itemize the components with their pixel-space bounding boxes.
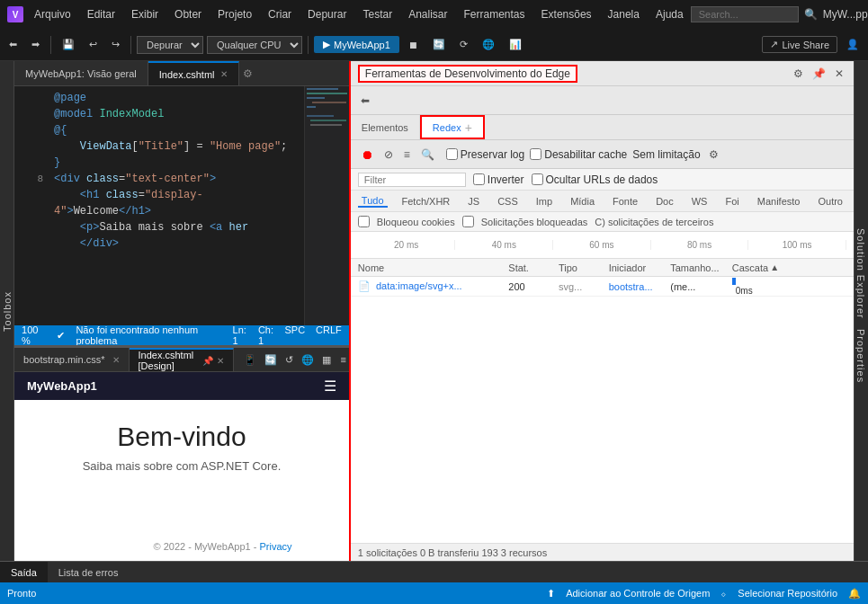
sub-tab-manifesto[interactable]: Manifesto [754, 196, 804, 207]
col-header-size[interactable]: Tamanho... [668, 262, 730, 273]
output-tab-errors[interactable]: Lista de erros [48, 562, 130, 582]
menu-exibir[interactable]: Exibir [124, 6, 166, 22]
menu-editar[interactable]: Editar [80, 6, 122, 22]
cell-initiator[interactable]: bootstra... [607, 281, 669, 292]
menu-obter[interactable]: Obter [167, 6, 209, 22]
code-editor[interactable]: @page @model IndexModel @{ ViewData["Tit… [14, 86, 304, 325]
stop-button[interactable]: ⏹ [403, 38, 424, 52]
tab-index-design[interactable]: Index.cshtml [Design] 📌 ✕ [130, 348, 235, 371]
tab-bootstrap-css[interactable]: bootstrap.min.css* ✕ [14, 348, 129, 371]
col-header-cascade[interactable]: Cascata ▲ [730, 262, 850, 273]
sub-tab-foi[interactable]: Foi [721, 196, 742, 207]
editor-tab-bar: MyWebApp1: Visão geral Index.cshtml ✕ ⚙ [14, 61, 349, 86]
sub-tab-css[interactable]: CSS [494, 196, 522, 207]
sub-tab-js[interactable]: JS [464, 196, 483, 207]
menu-projeto[interactable]: Projeto [210, 6, 259, 22]
tab-index-close-icon[interactable]: ✕ [220, 69, 228, 79]
bootstrap-tab-close[interactable]: ✕ [112, 355, 120, 365]
filter-toggle-button[interactable]: ≡ [401, 148, 413, 161]
preview-refresh-icon[interactable]: 🔄 [262, 353, 280, 367]
sub-tab-ws[interactable]: WS [688, 196, 711, 207]
tab-overview[interactable]: MyWebApp1: Visão geral [14, 61, 148, 85]
menu-extensoes[interactable]: Extensões [534, 6, 599, 22]
privacy-link[interactable]: Privacy [259, 541, 291, 552]
zoom-level[interactable]: 100 % [22, 324, 46, 346]
save-button[interactable]: 💾 [57, 37, 80, 52]
forward-button[interactable]: ➡ [26, 37, 45, 52]
live-share-button[interactable]: ↗ Live Share [762, 36, 837, 53]
invert-option: Inverter [473, 173, 524, 186]
sub-tab-outro[interactable]: Outro [814, 196, 846, 207]
col-header-status[interactable]: Stat. [506, 262, 557, 273]
menu-janela[interactable]: Janela [601, 6, 647, 22]
run-button[interactable]: ▶ MyWebApp1 [314, 36, 399, 53]
preview-menu-icon[interactable]: ≡ [337, 353, 348, 366]
search-network-button[interactable]: 🔍 [418, 148, 437, 161]
sub-tab-fonte[interactable]: Fonte [609, 196, 641, 207]
col-header-name[interactable]: Nome [354, 262, 506, 273]
cpu-dropdown[interactable]: Qualquer CPU [207, 36, 302, 54]
preview-device-icon[interactable]: 📱 [241, 353, 259, 367]
refresh-button[interactable]: ⟳ [454, 37, 473, 52]
col-header-initiator[interactable]: Iniciador [607, 262, 669, 273]
select-repository[interactable]: Selecionar Repositório [738, 588, 837, 599]
preview-link-icon[interactable]: 🌐 [299, 353, 317, 367]
menu-ferramentas[interactable]: Ferramentas [457, 6, 532, 22]
no-problems-text: Não foi encontrado nenhum problema [76, 324, 221, 346]
design-tab-pin[interactable]: 📌 [202, 356, 213, 366]
sub-tab-midia[interactable]: Mídia [567, 196, 598, 207]
toolbar-extra-button[interactable]: 📊 [504, 37, 527, 52]
devtools-pin-icon[interactable]: 📌 [810, 67, 828, 80]
disable-cache-checkbox[interactable] [530, 148, 541, 160]
redo-button[interactable]: ↪ [106, 37, 125, 52]
sub-tab-tudo[interactable]: Tudo [358, 195, 388, 208]
debug-dropdown[interactable]: Depurar [137, 36, 203, 54]
add-to-source-control[interactable]: Adicionar ao Controle de Origem [566, 588, 710, 599]
blocked-cookies-checkbox[interactable] [358, 216, 370, 227]
devtools-back-icon[interactable]: ⬅ [358, 94, 372, 107]
search-input[interactable] [691, 6, 799, 22]
preview-toolbar-icons: 📱 🔄 ↺ 🌐 ▦ [237, 348, 337, 371]
tab-index-cshtml[interactable]: Index.cshtml ✕ [148, 61, 239, 85]
sub-tab-fetch[interactable]: Fetch/XHR [398, 196, 454, 207]
menu-depurar[interactable]: Depurar [300, 6, 353, 22]
preview-sync-icon[interactable]: ↺ [282, 353, 296, 367]
menu-criar[interactable]: Criar [261, 6, 299, 22]
output-tab-saida[interactable]: Saída [0, 562, 48, 582]
tab-overview-label: MyWebApp1: Visão geral [25, 68, 137, 79]
back-button[interactable]: ⬅ [4, 37, 22, 52]
undo-button[interactable]: ↩ [84, 37, 103, 52]
preserve-log-checkbox[interactable] [446, 148, 458, 160]
table-row[interactable]: 📄 data:image/svg+x... 200 svg... bootstr… [351, 277, 854, 297]
blocked-requests-checkbox[interactable] [462, 216, 474, 227]
hide-data-url-checkbox[interactable] [532, 173, 543, 185]
record-button[interactable]: ⏺ [358, 147, 376, 162]
col-header-type[interactable]: Tipo [557, 262, 607, 273]
account-button[interactable]: 👤 [841, 37, 864, 52]
dt-tab-elementos[interactable]: Elementos [351, 115, 420, 139]
network-filter-input[interactable] [358, 173, 466, 187]
network-settings-icon[interactable]: ⚙ [706, 148, 721, 161]
editor-settings-icon[interactable]: ⚙ [239, 61, 256, 85]
live-share-label: Live Share [782, 40, 829, 50]
invert-checkbox[interactable] [473, 173, 485, 185]
sub-tab-doc[interactable]: Doc [652, 196, 677, 207]
browser-link-button[interactable]: 🌐 [477, 37, 500, 52]
no-limit-label[interactable]: Sem limitação [632, 148, 700, 161]
sub-tab-imp[interactable]: Imp [532, 196, 556, 207]
design-tab-close[interactable]: ✕ [217, 356, 224, 366]
devtools-settings-icon[interactable]: ⚙ [791, 67, 806, 80]
menu-testar[interactable]: Testar [355, 6, 399, 22]
menu-ajuda[interactable]: Ajuda [649, 6, 691, 22]
preview-grid-icon[interactable]: ▦ [319, 353, 334, 367]
devtools-close-icon[interactable]: ✕ [832, 67, 846, 80]
menu-arquivo[interactable]: Arquivo [27, 6, 78, 22]
restart-button[interactable]: 🔄 [427, 37, 451, 52]
clear-button[interactable]: ⊘ [381, 148, 396, 161]
dt-tab-rede[interactable]: Redex + [420, 115, 485, 139]
dt-add-tab-icon[interactable]: + [465, 120, 472, 135]
separator-1 [50, 36, 51, 54]
menu-analisar[interactable]: Analisar [401, 6, 454, 22]
hamburger-icon[interactable]: ☰ [324, 378, 336, 395]
notification-bell-icon[interactable]: 🔔 [848, 588, 861, 600]
